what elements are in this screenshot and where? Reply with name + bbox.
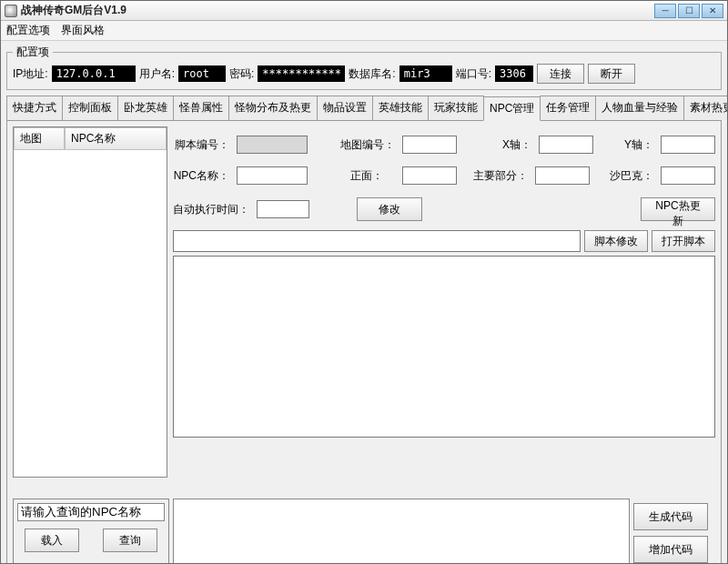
npc-hot-update-button[interactable]: NPC热更新	[641, 197, 715, 221]
map-id-input[interactable]	[402, 136, 457, 154]
script-path-row: 脚本修改 打开脚本	[173, 230, 715, 252]
port-input[interactable]	[495, 65, 533, 82]
script-id-input	[237, 136, 308, 154]
search-box: 载入 查询	[13, 499, 169, 564]
ip-input[interactable]	[52, 65, 136, 82]
window-controls: ─ ☐ ✕	[654, 4, 723, 18]
titlebar: 战神传奇GM后台V1.9 ─ ☐ ✕	[1, 1, 727, 21]
auto-time-label: 自动执行时间：	[173, 202, 249, 217]
map-id-label: 地图编号：	[339, 137, 395, 153]
pwd-input[interactable]	[258, 65, 345, 82]
tab-wolong-hero[interactable]: 卧龙英雄	[117, 96, 174, 120]
y-label: Y轴：	[624, 137, 653, 153]
content-area: 配置项 IP地址: 用户名: 密码: 数据库名: 端口号: 连接 断开 快捷方式…	[1, 41, 727, 563]
load-button[interactable]: 载入	[25, 529, 79, 552]
tab-asset-hotupdate[interactable]: 素材热更	[683, 96, 728, 120]
menu-options[interactable]: 配置选项	[6, 23, 50, 38]
front-label: 正面：	[339, 168, 395, 184]
db-label: 数据库名:	[349, 66, 395, 82]
left-column: 地图 NPC名称	[13, 126, 167, 478]
tab-strip: 快捷方式 控制面板 卧龙英雄 怪兽属性 怪物分布及热更 物品设置 英雄技能 玩家…	[6, 96, 722, 121]
minimize-button[interactable]: ─	[654, 4, 676, 18]
form-row-1: 脚本编号： 地图编号： X轴： Y轴：	[173, 136, 715, 154]
bottom-row: 载入 查询 生成代码 增加代码	[13, 499, 715, 564]
side-buttons: 生成代码 增加代码	[633, 499, 715, 564]
shabak-label: 沙巴克：	[610, 168, 653, 184]
col-npc-name[interactable]: NPC名称	[65, 127, 167, 150]
shabak-input[interactable]	[661, 166, 715, 185]
maximize-button[interactable]: ☐	[678, 4, 700, 18]
form-row-3: 自动执行时间： 修改 NPC热更新	[173, 197, 715, 221]
script-id-label: 脚本编号：	[173, 137, 229, 153]
config-fieldset: 配置项 IP地址: 用户名: 密码: 数据库名: 端口号: 连接 断开	[6, 45, 722, 90]
query-button[interactable]: 查询	[103, 529, 157, 552]
tab-control-panel[interactable]: 控制面板	[62, 96, 118, 120]
modify-button[interactable]: 修改	[357, 197, 422, 221]
user-input[interactable]	[178, 65, 226, 82]
tab-monster-dist[interactable]: 怪物分布及热更	[228, 96, 318, 120]
tab-body: 地图 NPC名称 脚本编号： 地图编号： X轴： Y轴：	[6, 121, 722, 564]
auto-time-input[interactable]	[257, 200, 309, 218]
script-path-input[interactable]	[173, 230, 581, 252]
pwd-label: 密码:	[229, 66, 254, 82]
form-rows: 脚本编号： 地图编号： X轴： Y轴： NPC名称： 正面：	[173, 136, 715, 221]
script-modify-button[interactable]: 脚本修改	[584, 230, 648, 252]
tab-item-settings[interactable]: 物品设置	[317, 96, 373, 120]
port-label: 端口号:	[456, 66, 491, 82]
menu-style[interactable]: 界面风格	[61, 23, 105, 38]
tab-npc-manage[interactable]: NPC管理	[483, 96, 541, 121]
form-row-2: NPC名称： 正面： 主要部分： 沙巴克：	[173, 166, 715, 185]
script-editor[interactable]	[173, 256, 715, 438]
tab-task-manage[interactable]: 任务管理	[540, 96, 596, 120]
config-legend: 配置项	[13, 45, 53, 60]
user-label: 用户名:	[139, 66, 175, 82]
x-input[interactable]	[539, 136, 593, 154]
menubar: 配置选项 界面风格	[1, 21, 727, 41]
front-input[interactable]	[402, 166, 457, 185]
x-label: X轴：	[502, 137, 531, 153]
search-input[interactable]	[17, 503, 165, 521]
open-script-button[interactable]: 打开脚本	[652, 230, 715, 252]
col-map[interactable]: 地图	[14, 127, 65, 150]
npc-table-header: 地图 NPC名称	[14, 127, 167, 150]
close-button[interactable]: ✕	[702, 4, 723, 18]
tab-hero-skills[interactable]: 英雄技能	[372, 96, 429, 120]
connect-button[interactable]: 连接	[537, 64, 584, 84]
ip-label: IP地址:	[13, 66, 48, 82]
npc-table[interactable]: 地图 NPC名称	[13, 126, 167, 478]
main-part-label: 主要部分：	[473, 168, 528, 184]
main-part-input[interactable]	[535, 166, 590, 185]
tab-player-skills[interactable]: 玩家技能	[428, 96, 484, 120]
tab-hp-exp[interactable]: 人物血量与经验	[595, 96, 684, 120]
output-box[interactable]	[173, 499, 630, 564]
right-column: 脚本编号： 地图编号： X轴： Y轴： NPC名称： 正面：	[173, 126, 715, 438]
add-code-button[interactable]: 增加代码	[633, 536, 708, 563]
disconnect-button[interactable]: 断开	[588, 64, 635, 84]
db-input[interactable]	[399, 65, 452, 82]
npc-name-label: NPC名称：	[173, 168, 229, 184]
config-row: IP地址: 用户名: 密码: 数据库名: 端口号: 连接 断开	[13, 64, 715, 84]
y-input[interactable]	[661, 136, 715, 154]
tab-monster-attr[interactable]: 怪兽属性	[173, 96, 229, 120]
app-icon	[5, 5, 17, 17]
tab-shortcut[interactable]: 快捷方式	[6, 96, 63, 120]
window-title: 战神传奇GM后台V1.9	[21, 3, 654, 18]
gen-code-button[interactable]: 生成代码	[633, 503, 708, 530]
npc-name-input[interactable]	[237, 166, 308, 185]
